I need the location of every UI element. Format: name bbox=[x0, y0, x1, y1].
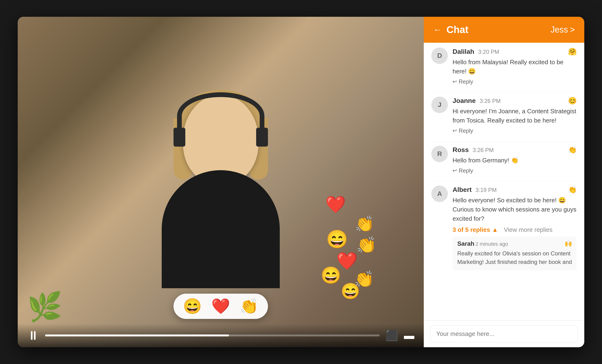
message-content-dalilah: Dalilah 3:20 PM 🤗 Hello from Malaysia! R… bbox=[452, 47, 577, 85]
message-header-joanne: Joanne 3:26 PM 😊 bbox=[452, 96, 577, 105]
chat-input-area bbox=[424, 320, 584, 347]
author-joanne: Joanne bbox=[452, 97, 476, 104]
control-icon-2[interactable]: ▬ bbox=[404, 330, 414, 341]
chat-user-button[interactable]: Jess > bbox=[550, 25, 575, 35]
reply-label-ross: Reply bbox=[459, 167, 473, 174]
message-header-ross: Ross 3:26 PM 👏 bbox=[452, 146, 577, 154]
chat-panel: ← Chat Jess > D Dalilah 3:20 PM 🤗 bbox=[424, 17, 584, 347]
reply-emoji-sarah: 🙌 bbox=[564, 240, 572, 247]
emoji-ross: 👏 bbox=[568, 146, 577, 154]
time-joanne: 3:26 PM bbox=[480, 98, 501, 104]
text-ross: Hello from Germany! 👏 bbox=[452, 156, 577, 165]
chat-header: ← Chat Jess > bbox=[424, 17, 584, 43]
app-container: 🌿 ❤️ 👏 😄 👏 ❤️ 😄 👏 😄 😄 ❤️ 👏 ⏸ bbox=[18, 17, 584, 347]
time-ross: 3:26 PM bbox=[473, 147, 494, 153]
view-more-replies-btn[interactable]: View more replies bbox=[504, 226, 552, 233]
pause-button[interactable]: ⏸ bbox=[27, 329, 39, 342]
avatar-joanne: J bbox=[431, 96, 448, 113]
floating-emojis-container: ❤️ 👏 😄 👏 ❤️ 😄 👏 😄 bbox=[318, 182, 376, 300]
message-content-albert: Albert 3:19 PM 👏 Hello everyone! So exci… bbox=[452, 185, 577, 270]
floating-emoji-2: 👏 bbox=[355, 216, 374, 232]
person-body bbox=[162, 170, 280, 288]
message-content-joanne: Joanne 3:26 PM 😊 Hi everyone! I'm Joanne… bbox=[452, 96, 577, 134]
reply-header-sarah: Sarah 2 minutes ago 🙌 bbox=[457, 240, 572, 247]
reply-btn-dalilah[interactable]: ↩ Reply bbox=[452, 78, 577, 85]
message-meta-albert: Albert 3:19 PM bbox=[452, 186, 497, 193]
chat-messages-list: D Dalilah 3:20 PM 🤗 Hello from Malaysia!… bbox=[424, 43, 584, 320]
floating-emoji-7: 👏 bbox=[354, 271, 374, 287]
message-meta-ross: Ross 3:26 PM bbox=[452, 146, 494, 154]
reply-time-sarah: 2 minutes ago bbox=[475, 241, 508, 247]
floating-emoji-8: 😄 bbox=[341, 283, 360, 299]
author-albert: Albert bbox=[452, 186, 472, 193]
message-content-ross: Ross 3:26 PM 👏 Hello from Germany! 👏 ↩ R… bbox=[452, 146, 577, 174]
floating-emoji-3: 😄 bbox=[326, 230, 348, 248]
chat-user-chevron: > bbox=[570, 25, 575, 35]
message-ross: R Ross 3:26 PM 👏 Hello from Germany! 👏 ↩… bbox=[431, 146, 577, 174]
divider-1 bbox=[431, 93, 577, 93]
message-joanne: J Joanne 3:26 PM 😊 Hi everyone! I'm Joan… bbox=[431, 96, 577, 134]
avatar-dalilah: D bbox=[431, 47, 448, 64]
reply-label-joanne: Reply bbox=[459, 128, 473, 134]
reply-meta-sarah: Sarah 2 minutes ago bbox=[457, 240, 508, 247]
divider-2 bbox=[431, 142, 577, 142]
headphones bbox=[177, 92, 264, 139]
floating-emoji-5: ❤️ bbox=[336, 252, 358, 269]
control-icon-1[interactable]: ⬛ bbox=[385, 329, 398, 342]
text-joanne: Hi everyone! I'm Joanne, a Content Strat… bbox=[452, 107, 577, 125]
message-meta-joanne: Joanne 3:26 PM bbox=[452, 97, 501, 105]
chat-input[interactable] bbox=[430, 325, 578, 343]
video-area: 🌿 ❤️ 👏 😄 👏 ❤️ 😄 👏 😄 😄 ❤️ 👏 ⏸ bbox=[18, 17, 424, 347]
text-dalilah: Hello from Malaysia! Really excited to b… bbox=[452, 58, 577, 76]
reply-label-dalilah: Reply bbox=[459, 78, 473, 85]
floating-emoji-1: ❤️ bbox=[325, 196, 346, 213]
reply-icon-joanne: ↩ bbox=[452, 128, 457, 134]
reply-btn-joanne[interactable]: ↩ Reply bbox=[452, 128, 577, 134]
reaction-bar: 😄 ❤️ 👏 bbox=[173, 294, 268, 319]
reply-icon-dalilah: ↩ bbox=[452, 79, 457, 85]
reply-btn-ross[interactable]: ↩ Reply bbox=[452, 167, 577, 174]
floating-emoji-6: 😄 bbox=[321, 267, 341, 283]
progress-fill bbox=[45, 334, 229, 336]
message-header-albert: Albert 3:19 PM 👏 bbox=[452, 185, 577, 194]
chat-user-label: Jess bbox=[550, 25, 568, 35]
author-ross: Ross bbox=[452, 146, 469, 153]
replies-arrow: ▲ bbox=[492, 226, 498, 234]
chat-back-button[interactable]: ← bbox=[433, 25, 442, 35]
author-dalilah: Dalilah bbox=[452, 48, 474, 55]
reply-sarah: Sarah 2 minutes ago 🙌 Really excited for… bbox=[452, 236, 577, 270]
time-dalilah: 3:20 PM bbox=[478, 49, 499, 55]
time-albert: 3:19 PM bbox=[475, 187, 496, 193]
floating-emoji-4: 👏 bbox=[356, 237, 376, 253]
message-dalilah: D Dalilah 3:20 PM 🤗 Hello from Malaysia!… bbox=[431, 47, 577, 85]
message-albert: A Albert 3:19 PM 👏 Hello everyone! So ex… bbox=[431, 185, 577, 270]
reply-icon-ross: ↩ bbox=[452, 168, 457, 174]
video-background: 🌿 ❤️ 👏 😄 👏 ❤️ 😄 👏 😄 😄 ❤️ 👏 ⏸ bbox=[18, 17, 424, 347]
react-smile-btn[interactable]: 😄 bbox=[183, 298, 202, 315]
person-silhouette bbox=[138, 76, 303, 288]
emoji-albert: 👏 bbox=[568, 185, 577, 194]
replies-section-albert: 3 of 5 replies ▲ View more replies Sarah… bbox=[452, 226, 577, 270]
avatar-albert: A bbox=[431, 185, 448, 202]
video-controls: ⏸ ⬛ ▬ bbox=[18, 324, 424, 347]
emoji-dalilah: 🤗 bbox=[568, 47, 577, 56]
react-clap-btn[interactable]: 👏 bbox=[240, 298, 258, 315]
message-meta-dalilah: Dalilah 3:20 PM bbox=[452, 48, 499, 55]
react-heart-btn[interactable]: ❤️ bbox=[211, 298, 230, 315]
headphones-right bbox=[256, 128, 268, 147]
reply-text-sarah: Really excited for Olivia's session on C… bbox=[457, 249, 572, 266]
emoji-joanne: 😊 bbox=[568, 96, 577, 105]
message-header-dalilah: Dalilah 3:20 PM 🤗 bbox=[452, 47, 577, 56]
divider-3 bbox=[431, 182, 577, 182]
text-albert: Hello everyone! So excited to be here! 😀… bbox=[452, 196, 577, 223]
reply-author-sarah: Sarah bbox=[457, 240, 474, 247]
avatar-ross: R bbox=[431, 146, 448, 162]
progress-bar[interactable] bbox=[45, 334, 380, 336]
replies-count-label: 3 of 5 replies bbox=[452, 226, 490, 234]
replies-count-albert[interactable]: 3 of 5 replies ▲ bbox=[452, 226, 498, 234]
headphones-left bbox=[173, 128, 185, 147]
plant-decoration: 🌿 bbox=[27, 290, 63, 324]
chat-title: Chat bbox=[446, 24, 550, 35]
